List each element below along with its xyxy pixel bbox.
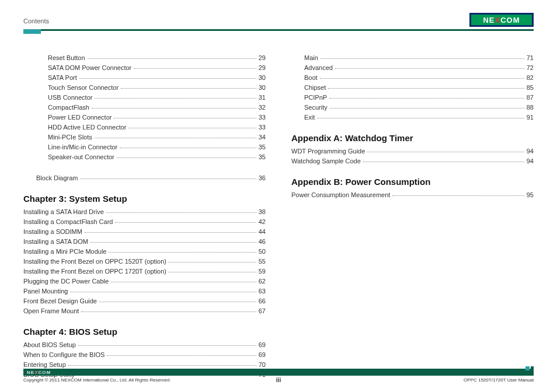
toc-leader-dots: [330, 108, 524, 108]
toc-entry[interactable]: CompactFlash32: [23, 103, 266, 113]
toc-entry-page: 35: [259, 152, 266, 162]
toc-entry[interactable]: PCIPnP87: [291, 93, 534, 103]
toc-entry-label: Installing the Front Bezel on OPPC 1720T…: [23, 267, 166, 276]
toc-entry-label: Power Consumption Measurement: [291, 190, 390, 200]
toc-entry[interactable]: Installing the Front Bezel on OPPC 1720T…: [23, 267, 266, 276]
toc-entry[interactable]: Front Bezel Design Guide66: [23, 296, 266, 306]
toc-leader-dots: [111, 282, 256, 282]
toc-entry-page: 34: [259, 132, 266, 142]
toc-entry-label: Line-in/Mic-in Connector: [48, 142, 117, 152]
toc-entry-page: 30: [259, 73, 266, 83]
logo-post: COM: [500, 16, 520, 24]
toc-entry-label: Installing a SODIMM: [23, 227, 82, 237]
toc-entry[interactable]: Open Frame Mount67: [23, 306, 266, 316]
toc-entry-page: 50: [259, 247, 266, 257]
toc-entry[interactable]: About BIOS Setup69: [23, 340, 266, 350]
breadcrumb: Contents: [23, 18, 49, 27]
footer-logo-pre: NE: [27, 370, 34, 375]
toc-entry[interactable]: Advanced72: [291, 63, 534, 73]
toc-entry[interactable]: Main71: [291, 53, 534, 63]
toc-entry-page: 63: [259, 286, 266, 296]
toc-entry[interactable]: Reset Button29: [23, 53, 266, 63]
toc-leader-dots: [70, 292, 256, 292]
toc-leader-dots: [85, 232, 256, 233]
toc-entry-label: CompactFlash: [48, 103, 89, 113]
toc-leader-dots: [134, 68, 256, 69]
toc-entry[interactable]: Panel Mounting63: [23, 286, 266, 296]
toc-leader-dots: [117, 158, 256, 158]
toc-leader-dots: [169, 272, 256, 272]
toc-entry[interactable]: Power Consumption Measurement95: [291, 190, 534, 200]
toc-entry-page: 36: [259, 173, 266, 183]
toc-entry[interactable]: Plugging the DC Power Cable62: [23, 276, 266, 286]
toc-leader-dots: [88, 58, 256, 59]
toc-heading: Chapter 3: System Setup: [23, 194, 266, 204]
toc-entry-label: Exit: [304, 113, 315, 123]
toc-entry[interactable]: Installing a SATA DOM46: [23, 237, 266, 247]
toc-entry[interactable]: USB Connector31: [23, 93, 266, 103]
toc-leader-dots: [169, 262, 256, 262]
toc-leader-dots: [121, 88, 256, 89]
toc-entry-label: Plugging the DC Power Cable: [23, 276, 109, 286]
toc-entry-page: 71: [527, 53, 534, 63]
toc-entry[interactable]: Exit91: [291, 113, 534, 123]
toc-entry[interactable]: Touch Sensor Connector30: [23, 83, 266, 93]
toc-entry[interactable]: HDD Active LED Connector33: [23, 123, 266, 132]
toc-entry[interactable]: Power LED Connector33: [23, 113, 266, 123]
toc-entry[interactable]: Watchdog Sample Code94: [291, 156, 534, 166]
toc-entry-label: Installing a SATA Hard Drive: [23, 207, 104, 217]
toc-entry-label: Front Bezel Design Guide: [23, 296, 97, 306]
toc-entry[interactable]: Installing a SATA Hard Drive38: [23, 207, 266, 217]
toc-entry[interactable]: SATA Port30: [23, 73, 266, 83]
toc-leader-dots: [81, 312, 256, 312]
toc-entry-label: When to Configure the BIOS: [23, 350, 105, 360]
toc-entry-label: HDD Active LED Connector: [48, 123, 127, 132]
toc-leader-dots: [81, 178, 256, 179]
header-rule: [23, 29, 534, 36]
toc-leader-dots: [320, 78, 524, 79]
toc-entry-label: Power LED Connector: [48, 113, 112, 123]
toc-leader-dots: [328, 88, 524, 89]
toc-entry-page: 82: [527, 73, 534, 83]
toc-heading: Appendix B: Power Consumption: [291, 177, 534, 187]
toc-entry[interactable]: WDT Programming Guide94: [291, 146, 534, 156]
toc-entry-page: 66: [259, 296, 266, 306]
toc-entry-page: 69: [259, 350, 266, 360]
toc-entry[interactable]: Installing a SODIMM44: [23, 227, 266, 237]
toc-entry[interactable]: SATA DOM Power Connector29: [23, 63, 266, 73]
toc-entry-page: 30: [259, 83, 266, 93]
toc-entry-label: Touch Sensor Connector: [48, 83, 119, 93]
toc-leader-dots: [92, 108, 256, 108]
toc-entry[interactable]: Boot82: [291, 73, 534, 83]
toc-leader-dots: [367, 152, 524, 152]
toc-entry-page: 94: [527, 146, 534, 156]
toc-entry-label: Watchdog Sample Code: [291, 156, 361, 166]
toc-entry-page: 94: [527, 156, 534, 166]
toc-entry-label: SATA DOM Power Connector: [48, 63, 131, 73]
svg-rect-3: [530, 370, 534, 374]
toc-entry[interactable]: Chipset85: [291, 83, 534, 93]
toc-entry[interactable]: Installing a CompactFlash Card42: [23, 217, 266, 227]
toc-entry[interactable]: Installing a Mini PCIe Module50: [23, 247, 266, 257]
toc-leader-dots: [329, 98, 524, 99]
toc-entry[interactable]: Mini-PCIe Slots34: [23, 132, 266, 142]
toc-leader-dots: [115, 222, 256, 223]
footer-ornament-icon: [525, 366, 535, 376]
toc-entry[interactable]: When to Configure the BIOS69: [23, 350, 266, 360]
toc-entry[interactable]: Line-in/Mic-in Connector35: [23, 142, 266, 152]
toc-entry[interactable]: Installing the Front Bezel on OPPC 1520T…: [23, 257, 266, 267]
toc-entry-label: Chipset: [304, 83, 326, 93]
toc-leader-dots: [114, 118, 256, 118]
toc-leader-dots: [317, 118, 524, 118]
toc-entry-label: Reset Button: [48, 53, 85, 63]
svg-rect-2: [525, 372, 528, 374]
toc-entry-page: 87: [527, 93, 534, 103]
footer-bar: NEXCOM: [23, 369, 534, 376]
toc-entry-page: 44: [259, 227, 266, 237]
toc-entry[interactable]: Block Diagram36: [23, 173, 266, 183]
toc-entry-page: 91: [527, 113, 534, 123]
toc-entry-label: Installing a SATA DOM: [23, 237, 88, 247]
toc-entry[interactable]: Speaker-out Connector35: [23, 152, 266, 162]
toc-entry-page: 33: [259, 113, 266, 123]
toc-entry[interactable]: Security88: [291, 103, 534, 113]
